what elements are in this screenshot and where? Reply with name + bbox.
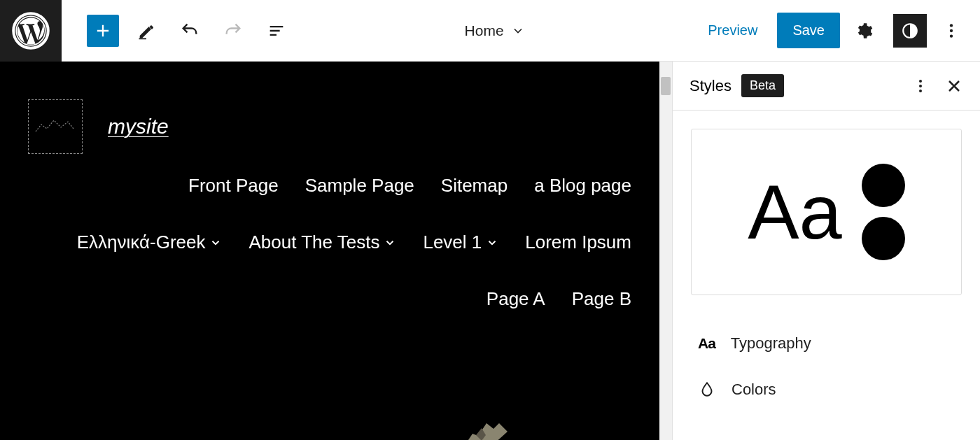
preview-button[interactable]: Preview <box>696 15 769 45</box>
option-label: Typography <box>731 334 811 353</box>
undo-button[interactable] <box>174 15 206 47</box>
edit-tool-button[interactable] <box>130 15 162 47</box>
style-options-list: AaTypographyColors <box>673 313 980 420</box>
sidebar-close-button[interactable] <box>945 77 963 95</box>
chevron-down-icon <box>486 236 498 249</box>
chevron-down-icon <box>384 236 396 249</box>
undo-icon <box>180 21 200 41</box>
more-vertical-icon <box>912 78 929 94</box>
svg-point-8 <box>919 85 922 87</box>
preview-swatch <box>862 164 905 207</box>
site-title[interactable]: mysite <box>108 115 169 139</box>
logo-placeholder-icon <box>34 116 76 137</box>
list-view-button[interactable] <box>260 15 293 47</box>
nav-item[interactable]: Level 1 <box>423 232 498 253</box>
list-view-icon <box>267 21 286 41</box>
document-selector[interactable]: Home <box>293 22 696 39</box>
drop-icon <box>698 381 716 399</box>
styles-sidebar: Styles Beta Aa AaTypographyColors <box>672 62 980 440</box>
scrollbar-thumb[interactable] <box>661 77 671 95</box>
svg-point-4 <box>950 24 953 27</box>
option-label: Colors <box>732 381 776 399</box>
svg-rect-2 <box>139 38 147 39</box>
close-icon <box>946 78 962 94</box>
typography-icon: Aa <box>698 335 715 352</box>
redo-icon <box>223 21 243 41</box>
bird-image-fragment <box>462 418 511 440</box>
top-toolbar: Home Preview Save <box>0 0 980 62</box>
canvas-scrollbar[interactable] <box>659 62 672 440</box>
style-option-colors[interactable]: Colors <box>673 367 980 413</box>
site-logo-placeholder[interactable] <box>28 99 83 154</box>
wordpress-icon <box>12 12 50 50</box>
svg-point-9 <box>919 90 922 92</box>
save-button[interactable]: Save <box>777 13 840 48</box>
preview-color-swatches <box>862 164 905 260</box>
preview-swatch <box>862 217 905 260</box>
wordpress-logo-button[interactable] <box>0 0 62 62</box>
nav-item[interactable]: Lorem Ipsum <box>525 232 631 253</box>
svg-point-5 <box>950 29 953 31</box>
contrast-icon <box>901 22 919 40</box>
site-header: mysite <box>0 62 659 175</box>
nav-row: Page APage B <box>28 288 631 310</box>
editor-body: mysite Front PageSample PageSitemapa Blo… <box>0 62 980 440</box>
more-options-button[interactable] <box>935 15 967 47</box>
beta-badge: Beta <box>741 74 784 97</box>
site-canvas[interactable]: mysite Front PageSample PageSitemapa Blo… <box>0 62 659 440</box>
nav-item[interactable]: Sample Page <box>305 175 414 197</box>
style-option-typography[interactable]: AaTypography <box>673 320 980 367</box>
nav-row: Front PageSample PageSitemapa Blog page <box>28 175 631 197</box>
nav-row: Ελληνικά-GreekAbout The TestsLevel 1Lore… <box>28 232 631 253</box>
sidebar-title: Styles <box>690 77 732 95</box>
svg-point-7 <box>919 80 922 83</box>
svg-point-6 <box>950 34 953 37</box>
add-block-button[interactable] <box>87 15 119 47</box>
chevron-down-icon <box>511 24 525 38</box>
styles-toggle-button[interactable] <box>893 14 927 48</box>
nav-item[interactable]: Page B <box>572 288 631 310</box>
pencil-icon <box>136 21 156 41</box>
sidebar-more-button[interactable] <box>911 77 930 95</box>
nav-item[interactable]: About The Tests <box>248 232 396 253</box>
more-vertical-icon <box>942 22 960 40</box>
plus-icon <box>93 21 113 41</box>
sidebar-header: Styles Beta <box>673 62 980 111</box>
nav-item[interactable]: a Blog page <box>534 175 631 197</box>
canvas-wrapper: mysite Front PageSample PageSitemapa Blo… <box>0 62 672 440</box>
redo-button[interactable] <box>217 15 249 47</box>
settings-button[interactable] <box>848 15 881 47</box>
chevron-down-icon <box>209 236 222 249</box>
gear-icon <box>855 22 874 40</box>
nav-item[interactable]: Front Page <box>188 175 279 197</box>
toolbar-left <box>62 15 293 47</box>
preview-typography-sample: Aa <box>748 173 842 250</box>
nav-item[interactable]: Page A <box>486 288 545 310</box>
toolbar-right: Preview Save <box>696 13 980 48</box>
document-title: Home <box>465 22 504 39</box>
nav-item[interactable]: Sitemap <box>441 175 507 197</box>
style-preview-card[interactable]: Aa <box>691 129 962 295</box>
site-navigation: Front PageSample PageSitemapa Blog pageΕ… <box>0 175 659 310</box>
nav-item[interactable]: Ελληνικά-Greek <box>77 232 223 253</box>
